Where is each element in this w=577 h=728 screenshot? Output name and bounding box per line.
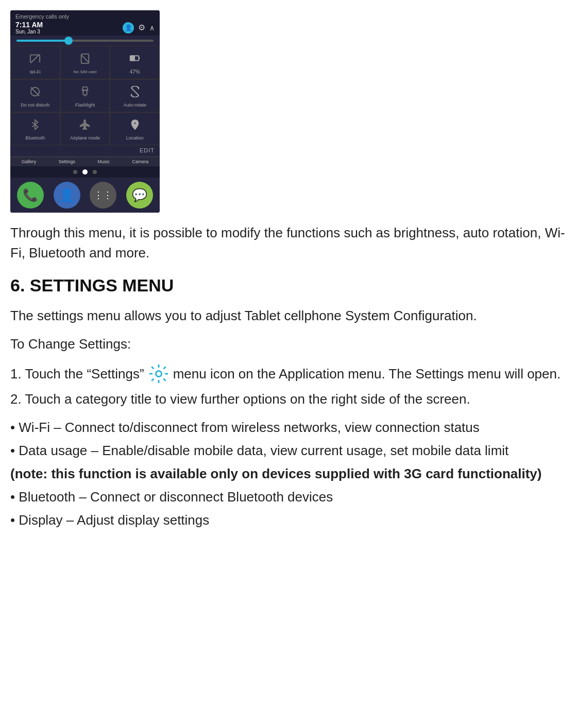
home-dot-2 (82, 169, 88, 175)
bullet-data: • Data usage – Enable/disable mobile dat… (10, 441, 567, 461)
dock-camera[interactable]: Camera (132, 159, 148, 164)
svg-line-3 (31, 54, 40, 63)
chevron-up-icon[interactable]: ∧ (149, 24, 155, 32)
tile-bluetooth[interactable]: Bluetooth (10, 112, 60, 145)
svg-line-5 (81, 55, 89, 63)
status-bar: Emergency calls only 7:11 AM Sun, Jan 3 … (10, 10, 160, 36)
bottom-dock: 📞 👤 ⋮⋮ 💬 (10, 178, 160, 213)
flashlight-icon (79, 86, 91, 100)
intro-paragraph: Through this menu, it is possible to mod… (10, 223, 567, 263)
nosim-icon (79, 53, 91, 67)
home-dot-1 (73, 170, 77, 174)
svg-line-22 (163, 379, 165, 381)
home-area (10, 166, 160, 178)
layout-top: Emergency calls only 7:11 AM Sun, Jan 3 … (0, 0, 577, 223)
tile-dnd[interactable]: Do not disturb (10, 79, 60, 112)
bullet-wifi: • Wi-Fi – Connect to/disconnect from wir… (10, 418, 567, 438)
dock-contacts-icon[interactable]: 👤 (54, 182, 80, 209)
tile-airplane-label: Airplane mode (70, 135, 100, 141)
touch-suffix: menu icon on the Application menu. The S… (173, 364, 561, 384)
brightness-fill (16, 40, 71, 42)
tile-nosim-label: No SIM card (74, 70, 96, 74)
tile-location-label: Location (126, 135, 144, 141)
para3: 2. Touch a category title to view furthe… (10, 389, 567, 409)
dnd-icon (29, 86, 41, 100)
brightness-row[interactable] (10, 36, 160, 46)
tile-bluetooth-label: Bluetooth (25, 135, 45, 141)
tile-flashlight-label: Flashlight (75, 102, 95, 108)
svg-line-24 (151, 379, 154, 381)
bluetooth-icon (29, 119, 41, 133)
emergency-text: Emergency calls only (15, 13, 155, 20)
dock-messages-icon[interactable]: 💬 (126, 182, 153, 209)
svg-rect-12 (83, 90, 87, 95)
tile-dnd-label: Do not disturb (21, 102, 49, 108)
touch-settings-row: 1. Touch the “Settings” (10, 362, 567, 385)
home-dot-3 (93, 170, 97, 174)
settings-gear-icon (147, 362, 170, 385)
status-row: 7:11 AM Sun, Jan 3 👤 ⚙ ∧ (15, 21, 155, 34)
app-dock: Gallery Settings Music Camera (10, 157, 160, 166)
tile-airplane[interactable]: Airplane mode (60, 112, 110, 145)
brightness-thumb (64, 37, 73, 45)
dock-music[interactable]: Music (97, 159, 110, 164)
status-icons: 👤 ⚙ ∧ (123, 22, 155, 33)
airplane-icon (79, 119, 91, 133)
tile-autorotate-label: Auto-rotate (123, 102, 146, 108)
tile-flashlight[interactable]: Flashlight (60, 79, 110, 112)
quick-tiles: Wi-Fi No SIM card (10, 46, 160, 145)
gear-icon-top[interactable]: ⚙ (138, 23, 145, 32)
dock-apps-icon[interactable]: ⋮⋮ (90, 182, 116, 209)
tile-location[interactable]: Location (110, 112, 160, 145)
svg-marker-11 (82, 87, 88, 90)
phone-screenshot: Emergency calls only 7:11 AM Sun, Jan 3 … (10, 10, 160, 213)
dock-settings[interactable]: Settings (59, 159, 76, 164)
tile-battery[interactable]: 47% (110, 46, 160, 79)
time-date: 7:11 AM Sun, Jan 3 (15, 21, 43, 34)
profile-icon[interactable]: 👤 (123, 22, 134, 33)
edit-label: EDIT (140, 147, 155, 153)
dock-gallery[interactable]: Gallery (22, 159, 37, 164)
touch-prefix: 1. Touch the “Settings” (10, 364, 144, 384)
para1: The settings menu allows you to adjust T… (10, 306, 567, 326)
bold-note: (note: this function is available only o… (10, 464, 567, 484)
bullet-display: • Display – Adjust display settings (10, 510, 567, 530)
tile-autorotate[interactable]: Auto-rotate (110, 79, 160, 112)
svg-point-14 (133, 122, 136, 125)
wifi-icon (29, 53, 41, 67)
date-display: Sun, Jan 3 (15, 29, 43, 34)
bullet-bluetooth: • Bluetooth – Connect or disconnect Blue… (10, 487, 567, 507)
section-heading: 6. SETTINGS MENU (10, 275, 567, 296)
edit-row[interactable]: EDIT (10, 145, 160, 157)
svg-point-16 (157, 372, 161, 376)
tile-wifi-label: Wi-Fi (30, 70, 41, 75)
location-icon (129, 119, 141, 133)
svg-line-21 (151, 367, 154, 369)
tile-battery-label: 47% (130, 69, 140, 75)
svg-rect-7 (130, 56, 134, 60)
dock-phone-icon[interactable]: 📞 (17, 182, 44, 209)
svg-line-23 (163, 367, 165, 369)
brightness-slider[interactable] (16, 40, 154, 42)
tile-nosim[interactable]: No SIM card (60, 46, 110, 79)
battery-icon (129, 53, 141, 67)
para2: To Change Settings: (10, 334, 567, 354)
text-content: Through this menu, it is possible to mod… (0, 223, 577, 533)
autorotate-icon (129, 86, 141, 100)
tile-wifi[interactable]: Wi-Fi (10, 46, 60, 79)
phone-wrapper: Emergency calls only 7:11 AM Sun, Jan 3 … (10, 5, 160, 223)
page-container: Emergency calls only 7:11 AM Sun, Jan 3 … (0, 0, 577, 533)
time-display: 7:11 AM (15, 21, 43, 29)
